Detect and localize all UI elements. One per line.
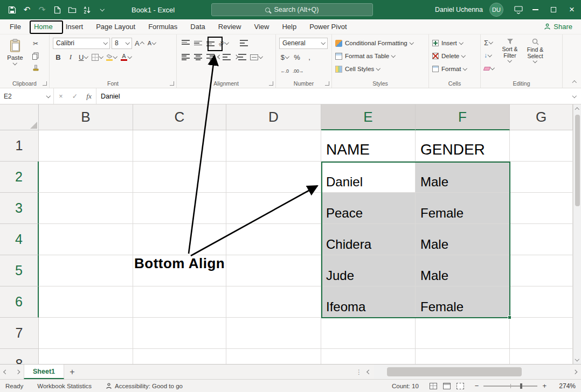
cell-B5[interactable] [39, 255, 133, 286]
cell-E5[interactable]: Jude [321, 255, 416, 286]
open-button[interactable] [65, 0, 80, 19]
autosum-button[interactable]: Σ [484, 37, 494, 48]
row-header-5[interactable]: 5 [0, 255, 39, 286]
merge-center-button[interactable] [249, 52, 264, 62]
alignment-dialog-launcher-icon[interactable] [269, 81, 273, 86]
column-header-C[interactable]: C [133, 104, 226, 130]
cell-B3[interactable] [39, 193, 133, 224]
bottom-align-button[interactable] [205, 38, 216, 48]
cell-G7[interactable] [510, 318, 573, 349]
conditional-formatting-button[interactable]: Conditional Formatting [335, 37, 425, 49]
comma-style-button[interactable]: , [304, 52, 315, 62]
column-header-B[interactable]: B [39, 104, 133, 130]
name-box[interactable]: E2 [0, 88, 54, 104]
cell-F4[interactable]: Male [416, 224, 510, 255]
top-align-button[interactable] [180, 38, 191, 48]
cell-B2[interactable] [39, 162, 133, 193]
zoom-slider[interactable] [483, 386, 537, 387]
scroll-down-button[interactable] [573, 355, 581, 364]
collapse-ribbon-button[interactable] [573, 75, 576, 85]
cell-styles-button[interactable]: Cell Styles [335, 63, 425, 75]
column-header-D[interactable]: D [226, 104, 321, 130]
sheet-nav-right-button[interactable] [12, 365, 24, 379]
percent-style-button[interactable]: % [292, 52, 302, 62]
cell-G8[interactable] [510, 349, 573, 364]
cell-C2[interactable] [133, 162, 226, 193]
accessibility-status-button[interactable]: Accessibility: Good to go [106, 383, 183, 389]
paste-button[interactable]: Paste [3, 37, 27, 76]
align-center-button[interactable] [192, 52, 203, 62]
close-button[interactable]: × [563, 0, 581, 19]
sort-filter-button[interactable]: Sort & Filter [497, 37, 523, 74]
column-header-F[interactable]: F [416, 104, 510, 130]
save-button[interactable] [4, 0, 19, 19]
vertical-scrollbar[interactable] [573, 104, 581, 364]
new-sheet-button[interactable]: + [64, 365, 80, 379]
copy-button[interactable] [30, 51, 42, 61]
tab-data[interactable]: Data [184, 19, 211, 34]
bold-button[interactable]: B [53, 52, 64, 62]
sheet-tab-sheet1[interactable]: Sheet1 [24, 365, 64, 379]
row-header-7[interactable]: 7 [0, 318, 39, 349]
account-name[interactable]: Daniel Uchenna [435, 6, 483, 13]
align-right-button[interactable] [205, 52, 216, 62]
row-header-6[interactable]: 6 [0, 286, 39, 318]
cell-G1[interactable] [510, 130, 573, 162]
cell-E8[interactable] [321, 349, 416, 364]
font-size-select[interactable]: 8 [112, 38, 132, 49]
middle-align-button[interactable] [192, 38, 203, 48]
vertical-scroll-thumb[interactable] [575, 115, 580, 206]
cell-D7[interactable] [226, 318, 321, 349]
ribbon-display-options-button[interactable] [511, 0, 526, 19]
select-all-button[interactable] [0, 104, 39, 130]
cell-E7[interactable] [321, 318, 416, 349]
tab-formulas[interactable]: Formulas [142, 19, 184, 34]
clipboard-dialog-launcher-icon[interactable] [43, 81, 47, 86]
cell-D3[interactable] [226, 193, 321, 224]
minimize-button[interactable] [526, 0, 544, 19]
formula-input[interactable]: Daniel [96, 88, 568, 104]
cell-C7[interactable] [133, 318, 226, 349]
wrap-text-button[interactable] [239, 38, 250, 48]
tab-file[interactable]: File [3, 19, 27, 34]
new-workbook-button[interactable] [50, 0, 65, 19]
scroll-up-button[interactable] [573, 104, 581, 113]
font-name-select[interactable]: Calibri [53, 38, 110, 49]
row-header-2[interactable]: 2 [0, 162, 39, 193]
cell-D4[interactable] [226, 224, 321, 255]
cell-C6[interactable] [133, 286, 226, 318]
cell-E4[interactable]: Chidera [321, 224, 416, 255]
tab-power-pivot[interactable]: Power Pivot [303, 19, 353, 34]
cell-G2[interactable] [510, 162, 573, 193]
tab-home[interactable]: Home [27, 19, 59, 34]
enter-button[interactable]: ✓ [68, 88, 82, 104]
sheet-nav-left-button[interactable] [0, 365, 12, 379]
cell-F2[interactable]: Male [416, 162, 510, 193]
format-as-table-button[interactable]: Format as Table [335, 50, 425, 62]
cell-B7[interactable] [39, 318, 133, 349]
find-select-button[interactable]: Find & Select [523, 37, 548, 74]
undo-button[interactable]: ↶ [19, 0, 34, 19]
cell-C8[interactable] [133, 349, 226, 364]
format-painter-button[interactable] [30, 63, 42, 73]
zoom-slider-thumb[interactable] [520, 383, 522, 389]
fill-handle[interactable] [508, 316, 511, 319]
cell-E6[interactable]: Ifeoma [321, 286, 416, 318]
cell-F3[interactable]: Female [416, 193, 510, 224]
cell-E1[interactable]: NAME [321, 130, 416, 162]
scroll-right-button[interactable] [570, 365, 580, 379]
increase-decimal-button[interactable]: ←.0 [279, 66, 290, 76]
cell-E2-active[interactable]: Daniel [321, 162, 416, 193]
format-cells-button[interactable]: Format [432, 63, 477, 75]
horizontal-scroll-track[interactable] [374, 365, 570, 379]
workbook-statistics-button[interactable]: Workbook Statistics [37, 383, 92, 389]
cell-F5[interactable]: Male [416, 255, 510, 286]
borders-button[interactable] [91, 52, 104, 62]
avatar[interactable]: DU [489, 3, 503, 17]
redo-button[interactable]: ↷ [34, 0, 50, 19]
maximize-button[interactable] [544, 0, 563, 19]
cell-F1[interactable]: GENDER [416, 130, 510, 162]
cell-F7[interactable] [416, 318, 510, 349]
delete-cells-button[interactable]: Delete [432, 50, 477, 62]
cell-G4[interactable] [510, 224, 573, 255]
